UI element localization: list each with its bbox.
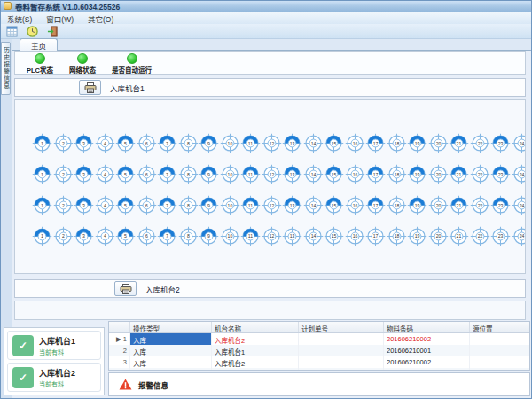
coil-slot-19[interactable]: 19 xyxy=(407,195,427,215)
title-bar[interactable]: 卷料暂存系统 V1.0.6034.25526 xyxy=(0,0,532,12)
coil-slot-16[interactable]: 16 xyxy=(345,195,365,215)
coil-slot-2[interactable]: 2 xyxy=(53,164,74,184)
schedule-button[interactable] xyxy=(4,25,19,38)
cell-r1c0[interactable]: 入库 xyxy=(130,333,212,345)
coil-slot-18[interactable]: 18 xyxy=(387,226,407,246)
cell-r2c3[interactable]: 201606210001 xyxy=(384,345,470,356)
coil-slot-10[interactable]: 10 xyxy=(220,195,240,215)
coil-slot-12[interactable]: 12 xyxy=(262,226,282,246)
machine-card-1[interactable]: ✓入库机台1当前有料 xyxy=(7,331,101,360)
coil-slot-2[interactable]: 2 xyxy=(53,133,74,153)
column-header-3[interactable]: 物料条码 xyxy=(384,322,470,332)
cell-r1c4[interactable] xyxy=(470,333,528,345)
coil-slot-7[interactable]: 7 xyxy=(157,133,177,153)
coil-slot-1[interactable]: 1 xyxy=(32,164,52,184)
coil-slot-12[interactable]: 12 xyxy=(262,195,282,215)
coil-slot-6[interactable]: 6 xyxy=(137,226,157,246)
coil-slot-11[interactable]: 11 xyxy=(240,226,261,246)
coil-slot-13[interactable]: 13 xyxy=(282,133,302,153)
coil-slot-8[interactable]: 8 xyxy=(178,226,199,246)
coil-slot-7[interactable]: 7 xyxy=(157,195,177,215)
coil-slot-1[interactable]: 1 xyxy=(32,226,52,246)
coil-slot-18[interactable]: 18 xyxy=(387,195,407,215)
coil-slot-15[interactable]: 15 xyxy=(324,133,344,153)
cell-r4c3[interactable] xyxy=(384,368,470,371)
coil-slot-9[interactable]: 9 xyxy=(199,164,219,184)
coil-slot-1[interactable]: 1 xyxy=(32,195,52,215)
coil-slot-2[interactable]: 2 xyxy=(53,226,74,246)
cell-r3c4[interactable] xyxy=(470,356,528,368)
cell-r1c3[interactable]: 201606210002 xyxy=(384,333,470,345)
coil-slot-12[interactable]: 12 xyxy=(262,133,282,153)
menu-item-0[interactable]: 系统(S) xyxy=(7,13,32,24)
coil-slot-10[interactable]: 10 xyxy=(220,164,240,184)
coil-slot-6[interactable]: 6 xyxy=(137,164,157,184)
coil-slot-7[interactable]: 7 xyxy=(157,164,177,184)
coil-slot-5[interactable]: 5 xyxy=(115,226,136,246)
coil-slot-14[interactable]: 14 xyxy=(303,164,324,184)
cell-r3c3[interactable]: 201606210002 xyxy=(384,356,470,368)
coil-slot-2[interactable]: 2 xyxy=(53,195,74,215)
coil-slot-20[interactable]: 20 xyxy=(428,164,449,184)
coil-slot-22[interactable]: 22 xyxy=(470,133,490,153)
coil-slot-17[interactable]: 17 xyxy=(365,164,386,184)
column-header-0[interactable]: 操作类型 xyxy=(130,322,212,332)
coil-slot-22[interactable]: 22 xyxy=(470,195,490,215)
coil-slot-13[interactable]: 13 xyxy=(282,195,302,215)
coil-slot-20[interactable]: 20 xyxy=(428,133,449,153)
coil-slot-8[interactable]: 8 xyxy=(178,133,199,153)
coil-slot-4[interactable]: 4 xyxy=(95,195,115,215)
coil-slot-8[interactable]: 8 xyxy=(178,164,199,184)
coil-slot-15[interactable]: 15 xyxy=(324,226,344,246)
coil-slot-17[interactable]: 17 xyxy=(365,226,386,246)
menu-item-1[interactable]: 窗口(W) xyxy=(46,13,74,24)
coil-slot-24[interactable]: 24 xyxy=(512,195,527,215)
cell-r3c0[interactable]: 入库 xyxy=(130,356,212,368)
coil-slot-5[interactable]: 5 xyxy=(115,133,136,153)
machine2-print-button[interactable] xyxy=(114,281,137,296)
cell-r4c1[interactable] xyxy=(212,368,299,371)
coil-slot-22[interactable]: 22 xyxy=(470,226,490,246)
coil-slot-11[interactable]: 11 xyxy=(240,164,261,184)
coil-slot-24[interactable]: 24 xyxy=(512,164,527,184)
coil-slot-5[interactable]: 5 xyxy=(115,164,136,184)
coil-slot-20[interactable]: 20 xyxy=(428,195,449,215)
coil-slot-13[interactable]: 13 xyxy=(282,226,302,246)
coil-slot-15[interactable]: 15 xyxy=(324,164,344,184)
cell-r1c1[interactable]: 入库机台2 xyxy=(212,333,299,345)
coil-slot-23[interactable]: 23 xyxy=(490,133,511,153)
coil-slot-5[interactable]: 5 xyxy=(115,195,136,215)
coil-slot-9[interactable]: 9 xyxy=(199,195,219,215)
clock-button[interactable] xyxy=(25,25,39,38)
coil-slot-23[interactable]: 23 xyxy=(490,226,511,246)
cell-r1c2[interactable] xyxy=(299,333,384,345)
coil-slot-23[interactable]: 23 xyxy=(490,164,511,184)
coil-slot-9[interactable]: 9 xyxy=(199,226,219,246)
coil-slot-16[interactable]: 16 xyxy=(345,226,365,246)
coil-slot-11[interactable]: 11 xyxy=(240,133,261,153)
coil-slot-3[interactable]: 3 xyxy=(74,133,94,153)
coil-slot-1[interactable]: 1 xyxy=(32,133,52,153)
coil-slot-18[interactable]: 18 xyxy=(387,133,407,153)
coil-slot-4[interactable]: 4 xyxy=(95,133,115,153)
coil-slot-21[interactable]: 21 xyxy=(449,195,469,215)
coil-slot-14[interactable]: 14 xyxy=(303,226,324,246)
coil-slot-18[interactable]: 18 xyxy=(387,164,407,184)
coil-slot-9[interactable]: 9 xyxy=(199,133,219,153)
table-row-4[interactable]: 4 xyxy=(109,368,529,371)
cell-r2c2[interactable] xyxy=(299,345,384,356)
coil-slot-14[interactable]: 14 xyxy=(303,133,324,153)
coil-slot-22[interactable]: 22 xyxy=(470,164,490,184)
coil-slot-21[interactable]: 21 xyxy=(449,164,469,184)
machine1-print-button[interactable] xyxy=(79,80,101,95)
coil-slot-23[interactable]: 23 xyxy=(490,195,511,215)
cell-r4c0[interactable] xyxy=(130,368,212,371)
coil-slot-3[interactable]: 3 xyxy=(74,195,94,215)
table-row-3[interactable]: 3入库入库机台2201606210002 xyxy=(109,356,529,368)
coil-slot-16[interactable]: 16 xyxy=(345,164,365,184)
coil-slot-19[interactable]: 19 xyxy=(407,226,427,246)
coil-slot-3[interactable]: 3 xyxy=(74,164,94,184)
coil-slot-4[interactable]: 4 xyxy=(95,226,115,246)
coil-slot-13[interactable]: 13 xyxy=(282,164,302,184)
cell-r4c2[interactable] xyxy=(299,368,384,371)
